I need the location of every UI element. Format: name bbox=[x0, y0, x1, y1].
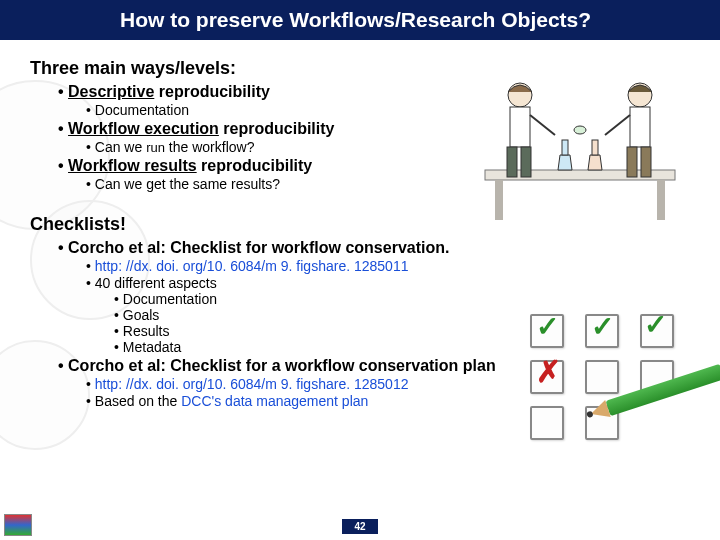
rest-text: reproducibility bbox=[197, 157, 313, 174]
svg-rect-11 bbox=[641, 147, 651, 177]
svg-rect-9 bbox=[630, 107, 650, 147]
sub2-text: Results bbox=[123, 323, 170, 339]
sub2-text: Metadata bbox=[123, 339, 181, 355]
svg-point-15 bbox=[574, 126, 586, 134]
sub-bullet: • 40 different aspects bbox=[86, 275, 690, 291]
svg-rect-14 bbox=[592, 140, 598, 155]
sub-run: run bbox=[146, 140, 165, 155]
sub2-text: Goals bbox=[123, 307, 160, 323]
svg-rect-6 bbox=[521, 147, 531, 177]
link-text[interactable]: DCC's data management plan bbox=[181, 393, 368, 409]
link-text[interactable]: http: //dx. doi. org/10. 6084/m 9. figsh… bbox=[95, 258, 409, 274]
slide-title: How to preserve Workflows/Research Objec… bbox=[120, 8, 591, 31]
slide-footer: 42 bbox=[0, 516, 720, 534]
svg-line-12 bbox=[605, 115, 630, 135]
em-text: Descriptive bbox=[68, 83, 154, 100]
sub-text: Can we get the same results? bbox=[95, 176, 280, 192]
sub-bullet: • http: //dx. doi. org/10. 6084/m 9. fig… bbox=[86, 258, 690, 274]
link-text[interactable]: http: //dx. doi. org/10. 6084/m 9. figsh… bbox=[95, 376, 409, 392]
sub2-text: Documentation bbox=[123, 291, 217, 307]
svg-rect-4 bbox=[510, 107, 530, 147]
scientists-illustration bbox=[465, 60, 695, 225]
sub-text: 40 different aspects bbox=[95, 275, 217, 291]
checklist-illustration: ✓ ✓ ✓ ✗ bbox=[510, 310, 710, 460]
logo-icon bbox=[4, 514, 32, 536]
svg-rect-1 bbox=[495, 180, 503, 220]
svg-rect-2 bbox=[657, 180, 665, 220]
svg-line-7 bbox=[530, 115, 555, 135]
em-text: Workflow results bbox=[68, 157, 197, 174]
svg-rect-5 bbox=[507, 147, 517, 177]
svg-rect-10 bbox=[627, 147, 637, 177]
em-text: Workflow execution bbox=[68, 120, 219, 137]
sub-text: Documentation bbox=[95, 102, 189, 118]
rest-text: reproducibility bbox=[219, 120, 335, 137]
sub-pre: Based on the bbox=[95, 393, 181, 409]
rest-text: reproducibility bbox=[154, 83, 270, 100]
sub-post: the workflow? bbox=[165, 139, 254, 155]
svg-rect-13 bbox=[562, 140, 568, 155]
bullet-checklist-1: • Corcho et al: Checklist for workflow c… bbox=[58, 239, 690, 257]
page-number: 42 bbox=[342, 519, 377, 534]
label: Corcho et al: Checklist for a workflow c… bbox=[68, 357, 496, 374]
label: Corcho et al: Checklist for workflow con… bbox=[68, 239, 449, 256]
sub2-bullet: • Documentation bbox=[114, 291, 690, 307]
sub-pre: Can we bbox=[95, 139, 146, 155]
slide-title-bar: How to preserve Workflows/Research Objec… bbox=[0, 0, 720, 40]
